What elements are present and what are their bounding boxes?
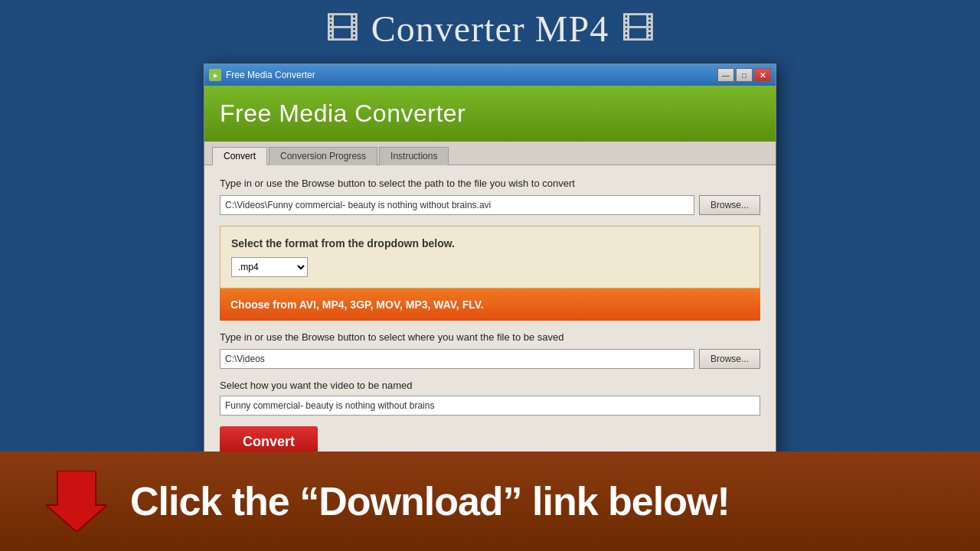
app-icon: ▶: [209, 69, 221, 81]
format-hint-bar: Choose from AVI, MP4, 3GP, MOV, MP3, WAV…: [220, 289, 760, 321]
main-content: Type in or use the Browse button to sele…: [204, 165, 776, 470]
top-title-text: Converter MP4: [371, 8, 609, 50]
format-label: Select the format from the dropdown belo…: [231, 237, 749, 249]
download-arrow-icon: [46, 471, 107, 532]
name-section-label: Select how you want the video to be name…: [220, 380, 760, 391]
app-title: Free Media Converter: [220, 99, 466, 127]
format-hint-text: Choose from AVI, MP4, 3GP, MOV, MP3, WAV…: [230, 298, 484, 311]
save-section-label: Type in or use the Browse button to sele…: [220, 331, 760, 343]
window-controls: — □ ✕: [717, 68, 771, 82]
film-icon-left: 🎞: [325, 10, 359, 48]
tab-conversion-progress[interactable]: Conversion Progress: [269, 147, 377, 165]
background-area: 🎞 Converter MP4 🎞 ▶ Free Media Converter…: [0, 0, 980, 452]
file-input-row: Browse...: [220, 195, 760, 215]
save-path-input[interactable]: [220, 349, 694, 369]
close-button[interactable]: ✕: [754, 68, 771, 82]
film-icon-right: 🎞: [621, 10, 655, 48]
format-box: Select the format from the dropdown belo…: [220, 226, 760, 289]
minimize-button[interactable]: —: [717, 68, 734, 82]
tab-convert[interactable]: Convert: [212, 147, 267, 165]
tab-bar: Convert Conversion Progress Instructions: [204, 142, 776, 165]
download-banner-text: Click the “Download” link below!: [130, 478, 730, 524]
title-bar-left: ▶ Free Media Converter: [209, 69, 315, 81]
app-window: ▶ Free Media Converter — □ ✕ Free Media …: [204, 64, 776, 471]
title-bar: ▶ Free Media Converter — □ ✕: [204, 64, 776, 86]
file-name-input[interactable]: [220, 396, 760, 416]
format-dropdown[interactable]: .mp4 .avi .3gp .mov .mp3 .wav .flv: [231, 257, 308, 277]
window-title: Free Media Converter: [226, 70, 315, 80]
svg-marker-2: [46, 471, 107, 532]
top-title-bar: 🎞 Converter MP4 🎞: [325, 8, 655, 50]
save-input-row: Browse...: [220, 349, 760, 369]
bottom-banner: Click the “Download” link below!: [0, 452, 980, 551]
save-browse-button[interactable]: Browse...: [699, 349, 760, 369]
file-path-input[interactable]: [220, 195, 694, 215]
file-browse-button[interactable]: Browse...: [699, 195, 760, 215]
maximize-button[interactable]: □: [736, 68, 753, 82]
app-header: Free Media Converter: [204, 86, 776, 142]
file-section-label: Type in or use the Browse button to sele…: [220, 178, 760, 189]
tab-instructions[interactable]: Instructions: [379, 147, 449, 165]
